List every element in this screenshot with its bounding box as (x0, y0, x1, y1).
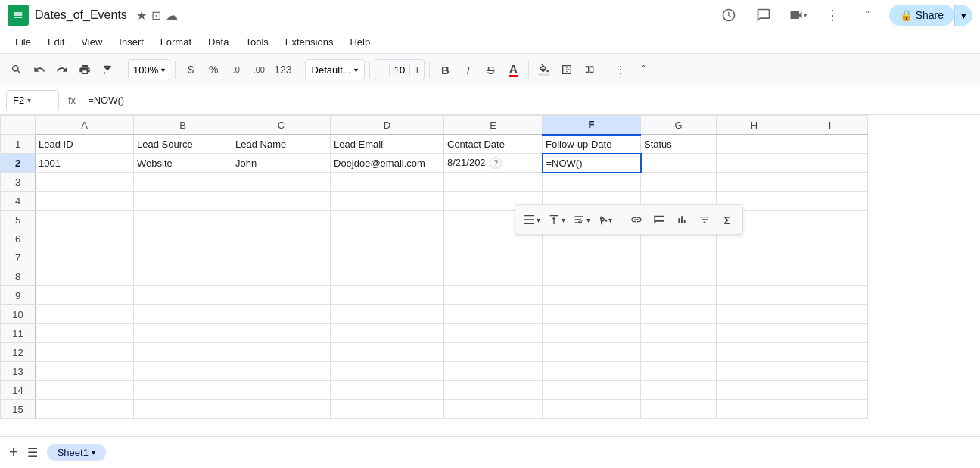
row-header-9[interactable]: 9 (1, 286, 36, 305)
row-header-11[interactable]: 11 (1, 324, 36, 343)
cell-reference-box[interactable]: F2 ▾ (6, 90, 59, 111)
sheet-menu-button[interactable]: ☰ (27, 445, 38, 460)
font-size-increase[interactable]: + (410, 60, 424, 80)
video-button[interactable]: ▾ (785, 2, 812, 29)
more-formats-button[interactable]: ⋮ (610, 58, 631, 82)
cell-E1[interactable]: Contact Date (444, 135, 543, 154)
cell-H2[interactable] (717, 154, 792, 173)
link-button[interactable] (626, 207, 647, 232)
insert-comment-button[interactable] (649, 207, 670, 232)
menu-data[interactable]: Data (201, 33, 236, 51)
menu-edit[interactable]: Edit (40, 33, 72, 51)
percent-button[interactable]: % (203, 58, 224, 82)
row-header-8[interactable]: 8 (1, 267, 36, 286)
functions-button[interactable]: Σ (717, 207, 738, 232)
text-wrap-button[interactable]: ▾ (570, 207, 593, 232)
cell-D1[interactable]: Lead Email (331, 135, 444, 154)
font-size-value[interactable]: 10 (389, 64, 410, 76)
decimal-increase-button[interactable]: .00 (248, 58, 269, 82)
col-header-F[interactable]: F (543, 116, 641, 135)
menu-view[interactable]: View (73, 33, 110, 51)
cell-F2[interactable]: =NOW() (543, 154, 641, 173)
collapse-button[interactable]: ˄ (854, 2, 882, 29)
star-icon[interactable]: ★ (136, 8, 147, 23)
zoom-selector[interactable]: 100% ▾ (128, 59, 170, 80)
more-options-button[interactable]: ⋮ (820, 2, 847, 29)
text-color-button[interactable]: A (502, 58, 524, 82)
bold-button[interactable]: B (434, 58, 456, 82)
search-button[interactable] (6, 58, 27, 82)
filter-button[interactable] (694, 207, 715, 232)
col-header-H[interactable]: H (717, 116, 792, 135)
cell-G1[interactable]: Status (641, 135, 717, 154)
cloud-icon[interactable]: ☁ (166, 8, 178, 23)
align-horizontal-button[interactable]: ▾ (520, 207, 543, 232)
formula-input[interactable] (85, 93, 974, 108)
font-size-decrease[interactable]: − (375, 60, 389, 80)
sheet-tab-1[interactable]: Sheet1 ▾ (47, 444, 106, 461)
row-header-14[interactable]: 14 (1, 381, 36, 400)
text-rotation-button[interactable]: A ▾ (595, 207, 616, 232)
col-header-C[interactable]: C (232, 116, 331, 135)
cell-C2[interactable]: John (232, 154, 331, 173)
col-header-E[interactable]: E (444, 116, 543, 135)
menu-extensions[interactable]: Extensions (278, 33, 341, 51)
menu-help[interactable]: Help (342, 33, 378, 51)
share-button[interactable]: 🔒 Share (889, 5, 954, 26)
cell-F1[interactable]: Follow-up Date (543, 135, 641, 154)
row-header-10[interactable]: 10 (1, 305, 36, 324)
align-vertical-button[interactable]: ▾ (545, 207, 568, 232)
format-number-button[interactable]: 123 (271, 58, 294, 82)
col-header-B[interactable]: B (134, 116, 232, 135)
row-header-12[interactable]: 12 (1, 343, 36, 362)
cell-H1[interactable] (717, 135, 792, 154)
menu-insert[interactable]: Insert (111, 33, 151, 51)
folder-icon[interactable]: ⊡ (151, 8, 161, 23)
merge-cells-button[interactable] (579, 58, 600, 82)
row-header-3[interactable]: 3 (1, 173, 36, 192)
cell-B2[interactable]: Website (134, 154, 232, 173)
borders-button[interactable] (556, 58, 577, 82)
row-header-15[interactable]: 15 (1, 400, 36, 419)
toolbar-collapse-button[interactable]: ˄ (633, 58, 654, 82)
cell-A2[interactable]: 1001 (36, 154, 134, 173)
history-button[interactable] (715, 2, 742, 29)
undo-button[interactable] (29, 58, 50, 82)
row-header-1[interactable]: 1 (1, 135, 36, 154)
row-header-5[interactable]: 5 (1, 211, 36, 229)
cell-E2[interactable]: 8/21/202 ? (444, 154, 543, 173)
row-header-7[interactable]: 7 (1, 248, 36, 267)
col-header-I[interactable]: I (792, 116, 868, 135)
cell-B1[interactable]: Lead Source (134, 135, 232, 154)
cell-D2[interactable]: Doejdoe@email.com (331, 154, 444, 173)
col-header-A[interactable]: A (36, 116, 134, 135)
col-header-D[interactable]: D (331, 116, 444, 135)
redo-button[interactable] (51, 58, 73, 82)
row-header-2[interactable]: 2 (1, 154, 36, 173)
menu-file[interactable]: File (8, 33, 39, 51)
col-header-G[interactable]: G (641, 116, 717, 135)
paint-format-button[interactable] (97, 58, 118, 82)
cell-A3[interactable] (36, 173, 134, 192)
comment-button[interactable] (750, 2, 777, 29)
currency-button[interactable]: $ (180, 58, 201, 82)
cell-I1[interactable] (792, 135, 868, 154)
print-button[interactable] (74, 58, 95, 82)
decimal-decrease-button[interactable]: .0 (226, 58, 247, 82)
strikethrough-button[interactable]: S (480, 58, 501, 82)
fill-color-button[interactable] (534, 58, 555, 82)
share-dropdown[interactable]: ▾ (954, 5, 972, 26)
font-selector[interactable]: Default... ▾ (305, 59, 365, 80)
menu-tools[interactable]: Tools (238, 33, 275, 51)
insert-chart-button[interactable] (671, 207, 692, 232)
cell-G2[interactable] (641, 154, 717, 173)
cell-I2[interactable] (792, 154, 868, 173)
add-sheet-button[interactable]: + (9, 444, 18, 461)
cell-A1[interactable]: Lead ID (36, 135, 134, 154)
row-header-4[interactable]: 4 (1, 192, 36, 211)
menu-format[interactable]: Format (153, 33, 199, 51)
italic-button[interactable]: I (457, 58, 478, 82)
row-header-6[interactable]: 6 (1, 229, 36, 248)
cell-C1[interactable]: Lead Name (232, 135, 331, 154)
row-header-13[interactable]: 13 (1, 362, 36, 381)
